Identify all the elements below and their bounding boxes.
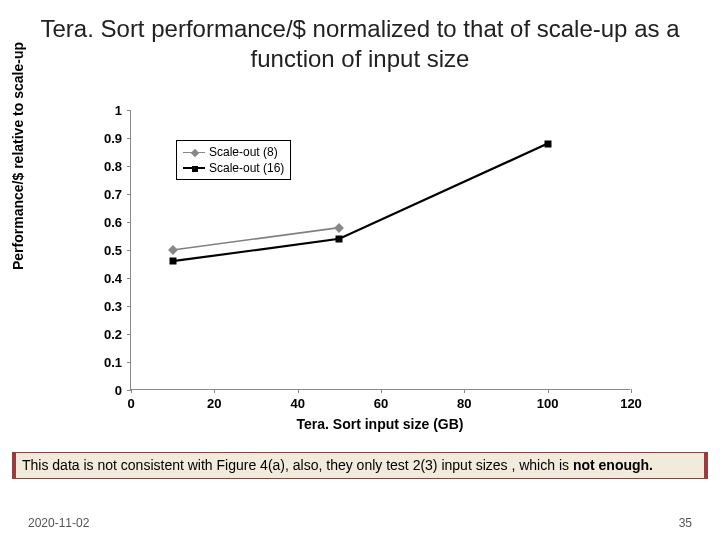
footer-date: 2020-11-02	[28, 516, 89, 530]
diamond-icon	[334, 223, 344, 233]
y-tick-label: 0.9	[82, 131, 122, 146]
legend: Scale-out (8) Scale-out (16)	[176, 140, 291, 180]
slide-title: Tera. Sort performance/$ normalized to t…	[0, 0, 720, 80]
x-tick-label: 40	[290, 396, 304, 411]
note-text: This data is not consistent with Figure …	[22, 457, 573, 473]
x-tick-label: 20	[207, 396, 221, 411]
x-tick-label: 120	[620, 396, 642, 411]
footer-page: 35	[679, 516, 692, 530]
footer: 2020-11-02 35	[28, 516, 692, 530]
y-tick-label: 0.3	[82, 299, 122, 314]
square-icon	[183, 167, 205, 169]
x-tick-label: 60	[374, 396, 388, 411]
legend-label: Scale-out (8)	[209, 145, 278, 159]
diamond-icon	[168, 245, 178, 255]
x-axis-label: Tera. Sort input size (GB)	[130, 416, 630, 432]
legend-label: Scale-out (16)	[209, 161, 284, 175]
y-tick-label: 0.7	[82, 187, 122, 202]
y-tick-label: 0.4	[82, 271, 122, 286]
critique-text: This data is not consistent with Figure …	[16, 453, 704, 478]
slide-root: Tera. Sort performance/$ normalized to t…	[0, 0, 720, 540]
square-icon	[336, 235, 343, 242]
legend-row: Scale-out (16)	[183, 160, 284, 176]
plot-area: Scale-out (8) Scale-out (16) 00.10.20.30…	[130, 110, 630, 390]
y-tick-label: 0.6	[82, 215, 122, 230]
legend-row: Scale-out (8)	[183, 144, 284, 160]
square-icon	[169, 258, 176, 265]
square-icon	[544, 140, 551, 147]
y-tick-label: 1	[82, 103, 122, 118]
x-tick-label: 0	[127, 396, 134, 411]
x-tick-label: 100	[537, 396, 559, 411]
x-tick-label: 80	[457, 396, 471, 411]
y-tick-label: 0.5	[82, 243, 122, 258]
y-tick-label: 0	[82, 383, 122, 398]
y-tick-label: 0.8	[82, 159, 122, 174]
y-tick-label: 0.2	[82, 327, 122, 342]
y-tick-label: 0.1	[82, 355, 122, 370]
note-bold: not enough.	[573, 457, 653, 473]
critique-box: This data is not consistent with Figure …	[12, 452, 708, 479]
chart: Performance/$ relative to scale-up Tera.…	[50, 100, 670, 440]
diamond-icon	[183, 152, 205, 153]
